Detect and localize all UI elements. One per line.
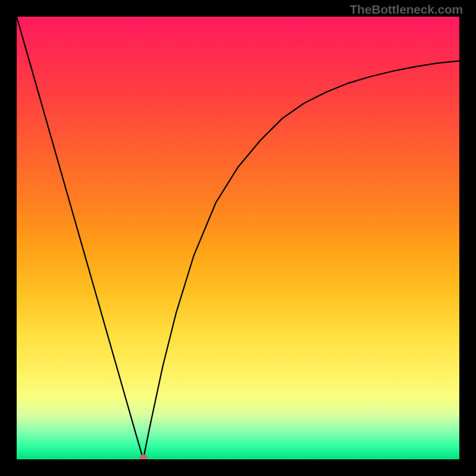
plot-area [17, 17, 459, 459]
bottleneck-curve [17, 17, 459, 459]
chart-container: TheBottleneck.com [0, 0, 476, 476]
credit-label: TheBottleneck.com [350, 2, 463, 17]
minimum-marker [139, 455, 148, 459]
